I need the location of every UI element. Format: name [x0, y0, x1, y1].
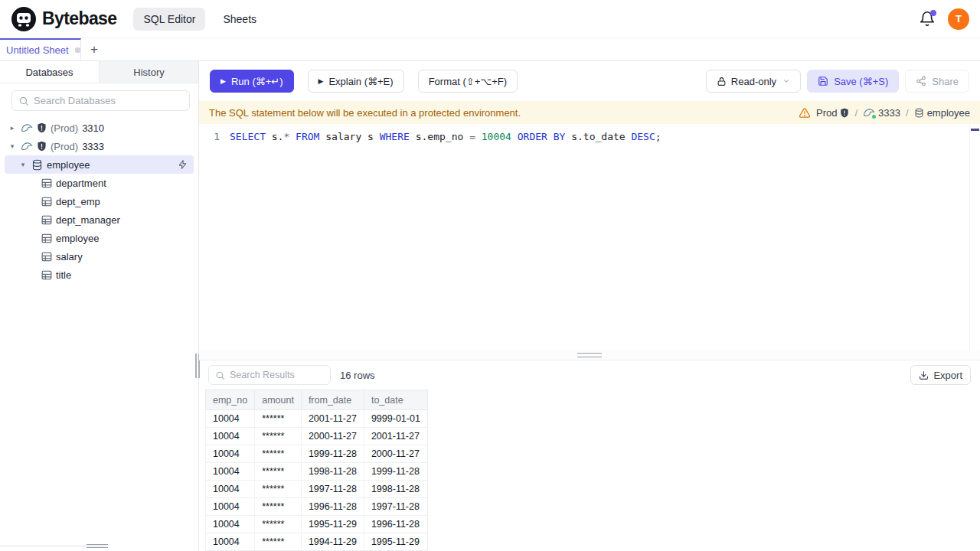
- table-icon: [41, 270, 52, 280]
- table-cell: ******: [255, 481, 302, 498]
- sql-token: ;: [655, 131, 662, 142]
- table-cell: 9999-01-01: [364, 410, 427, 428]
- table-cell: 10004: [206, 428, 255, 445]
- bytebase-logo-icon: [11, 6, 37, 32]
- header-right: T: [919, 8, 969, 30]
- panel-resize-divider[interactable]: [199, 350, 980, 360]
- table-row[interactable]: 10004******1999-11-282000-11-27: [206, 445, 428, 463]
- run-button[interactable]: ▶ Run (⌘+↵): [210, 70, 294, 93]
- sql-token: [475, 131, 482, 142]
- tab-untitled-sheet[interactable]: Untitled Sheet: [0, 38, 81, 60]
- column-header: to_date: [364, 390, 427, 410]
- table-name: title: [56, 269, 71, 281]
- main-panel: ▶ Run (⌘+↵) ▶ Explain (⌘+E) Format (⇧+⌥+…: [199, 61, 980, 551]
- sidebar-scroll-thumb[interactable]: [87, 544, 108, 548]
- sql-statement[interactable]: SELECT s.* FROM salary s WHERE s.emp_no …: [230, 129, 662, 144]
- editor-minimap[interactable]: [969, 124, 980, 350]
- table-row[interactable]: 10004******1994-11-291995-11-29: [206, 533, 428, 551]
- caret-down-icon[interactable]: ▾: [18, 161, 28, 168]
- unsaved-indicator: [75, 47, 80, 53]
- table-cell: 10004: [206, 498, 255, 516]
- tree-table-dept-emp[interactable]: dept_emp: [0, 192, 198, 210]
- instance-status-dot: [872, 115, 876, 119]
- table-name: dept_manager: [56, 214, 120, 226]
- user-avatar[interactable]: T: [948, 8, 969, 30]
- table-cell: 2000-11-27: [364, 445, 427, 463]
- save-button[interactable]: Save (⌘+S): [807, 70, 899, 93]
- tree-table-dept-manager[interactable]: dept_manager: [0, 210, 198, 229]
- tree-instance-3310[interactable]: ▸ (Prod) 3310: [0, 119, 198, 137]
- table-row[interactable]: 10004******1997-11-281998-11-28: [206, 481, 428, 498]
- export-button[interactable]: Export: [910, 365, 971, 385]
- search-icon: [215, 370, 225, 380]
- table-cell: 1994-11-29: [301, 533, 364, 551]
- connection-breadcrumb: Prod /: [799, 107, 970, 119]
- environment-shield-icon: [37, 122, 47, 133]
- tree-table-employee[interactable]: employee: [0, 229, 198, 247]
- results-toolbar: 16 rows Export: [199, 360, 980, 390]
- sql-token: 10004: [482, 131, 511, 142]
- app-header: Bytebase SQL Editor Sheets T: [0, 0, 980, 38]
- format-button[interactable]: Format (⇧+⌥+F): [418, 70, 518, 93]
- tree-table-salary[interactable]: salary: [0, 247, 198, 266]
- table-cell: 10004: [206, 516, 255, 533]
- sql-token: s.to_date: [565, 131, 631, 142]
- table-icon: [41, 178, 52, 188]
- nav-sql-editor[interactable]: SQL Editor: [133, 8, 205, 31]
- caret-right-icon[interactable]: ▸: [8, 124, 17, 132]
- sheet-tab-label: Untitled Sheet: [6, 44, 69, 56]
- tree-instance-3333[interactable]: ▾ (Prod) 3333: [0, 137, 198, 155]
- sidebar-tabs: Databases History: [0, 61, 198, 83]
- table-cell: 2001-11-27: [301, 410, 364, 428]
- play-icon: ▶: [318, 77, 324, 85]
- database-search-input[interactable]: [34, 95, 183, 106]
- play-icon: ▶: [220, 77, 226, 85]
- sql-token: SELECT: [230, 131, 266, 142]
- caret-down-icon[interactable]: ▾: [8, 142, 17, 150]
- tree-table-title[interactable]: title: [0, 266, 198, 284]
- tree-table-department[interactable]: department: [0, 174, 198, 192]
- results-table: emp_noamountfrom_dateto_date 10004******…: [205, 390, 428, 551]
- table-cell: 10004: [206, 463, 255, 481]
- readonly-mode-dropdown[interactable]: Read-only: [706, 70, 801, 93]
- table-row[interactable]: 10004******1996-11-281997-11-28: [206, 498, 428, 516]
- instance-env-label: (Prod): [51, 122, 78, 134]
- table-cell: 10004: [206, 533, 255, 551]
- sql-token: [511, 131, 518, 142]
- breadcrumb-database[interactable]: employee: [914, 107, 970, 119]
- tree-database-employee[interactable]: ▾ employee: [5, 155, 194, 174]
- table-row[interactable]: 10004******2000-11-272001-11-27: [206, 428, 428, 445]
- tab-databases[interactable]: Databases: [0, 61, 100, 83]
- breadcrumb-instance[interactable]: 3333: [863, 107, 900, 119]
- results-search: [208, 365, 331, 385]
- table-cell: 2000-11-27: [301, 428, 364, 445]
- results-header-row: emp_noamountfrom_dateto_date: [206, 390, 428, 410]
- explain-button[interactable]: ▶ Explain (⌘+E): [308, 70, 404, 93]
- breadcrumb-environment[interactable]: Prod: [816, 107, 849, 119]
- tab-history[interactable]: History: [100, 61, 198, 83]
- database-search: [11, 90, 190, 111]
- share-button[interactable]: Share: [905, 70, 969, 93]
- table-row[interactable]: 10004******1995-11-291996-11-28: [206, 516, 428, 533]
- table-row[interactable]: 10004******1998-11-281999-11-28: [206, 463, 428, 481]
- drag-handle-icon: [577, 353, 602, 357]
- table-name: dept_emp: [56, 196, 100, 207]
- sidebar: Databases History ▸: [0, 61, 199, 551]
- sql-token: FROM: [296, 131, 319, 142]
- top-navigation: SQL Editor Sheets: [133, 8, 266, 31]
- environment-shield-icon: [37, 141, 47, 152]
- editor-toolbar: ▶ Run (⌘+↵) ▶ Explain (⌘+E) Format (⇧+⌥+…: [199, 61, 980, 101]
- column-header: from_date: [301, 390, 364, 410]
- nav-sheets[interactable]: Sheets: [213, 8, 266, 31]
- table-row[interactable]: 10004******2001-11-279999-01-01: [206, 410, 428, 428]
- results-search-input[interactable]: [230, 370, 324, 380]
- bytebase-logo[interactable]: Bytebase: [11, 6, 116, 32]
- banner-message: The SQL statement below will be executed…: [209, 107, 521, 119]
- sql-editor[interactable]: 1 SELECT s.* FROM salary s WHERE s.emp_n…: [199, 124, 980, 350]
- notifications-bell-icon[interactable]: [919, 11, 936, 28]
- share-icon: [916, 76, 926, 86]
- add-sheet-button[interactable]: +: [81, 38, 107, 60]
- connect-bolt-icon[interactable]: [178, 159, 188, 170]
- table-cell: 1999-11-28: [364, 463, 427, 481]
- table-cell: 1995-11-29: [301, 516, 364, 533]
